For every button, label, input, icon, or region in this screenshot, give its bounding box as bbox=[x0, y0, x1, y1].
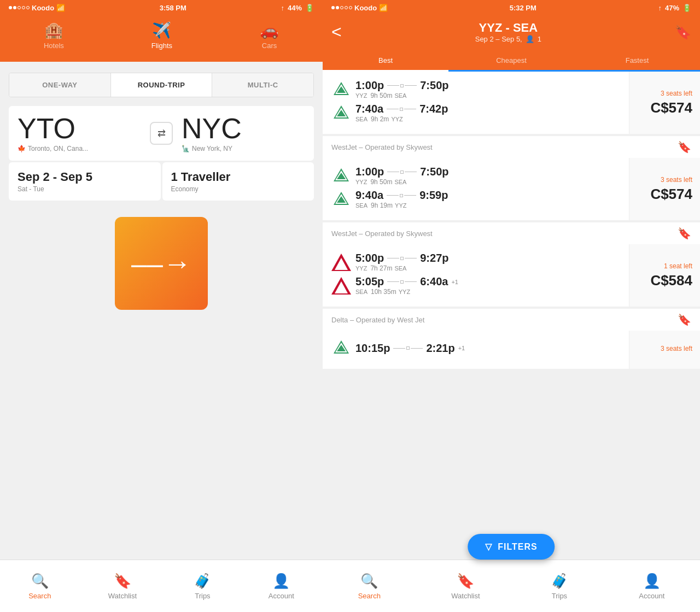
right-bottom-account[interactable]: 👤 Account bbox=[630, 568, 673, 604]
nav-hotels[interactable]: 🏨 Hotels bbox=[33, 21, 75, 52]
trips-icon: 🧳 bbox=[194, 573, 211, 590]
flight-main-4: 10:15p 2:21p +1 3 seats left bbox=[323, 331, 700, 369]
tab-fastest[interactable]: Fastest bbox=[574, 51, 700, 70]
price-block-3: 1 seat left C$584 bbox=[629, 244, 700, 307]
flights-icon: ✈️ bbox=[152, 23, 171, 38]
flight-dur-2: YYZ 9h 50m SEA bbox=[355, 178, 449, 186]
left-bottom-search[interactable]: 🔍 Search bbox=[20, 568, 60, 604]
left-status-bar: Koodo 📶 3:58 PM ↑ 44% 🔋 bbox=[0, 0, 323, 15]
arrow-right-icon: ––→ bbox=[131, 247, 191, 280]
left-bottom-watchlist[interactable]: 🔖 Watchlist bbox=[100, 568, 145, 604]
search-button[interactable]: ––→ bbox=[115, 217, 208, 310]
swap-button[interactable]: ⇄ bbox=[150, 122, 173, 145]
right-panel: Koodo 📶 5:32 PM ↑ 47% 🔋 < YYZ - SEA Sep … bbox=[323, 0, 700, 612]
one-way-btn[interactable]: ONE-WAY bbox=[9, 73, 110, 97]
right-account-icon: 👤 bbox=[643, 573, 661, 590]
dates-box[interactable]: Sep 2 - Sep 5 Sat - Tue bbox=[9, 162, 161, 201]
multi-city-btn[interactable]: MULTI-C bbox=[212, 73, 313, 97]
left-time: 3:58 PM bbox=[160, 4, 186, 12]
nav-flights[interactable]: ✈️ Flights bbox=[141, 21, 183, 52]
search-icon: 🔍 bbox=[31, 573, 49, 590]
return-leg-2: 9:40a 9:59p SEA 9h 19m YYZ bbox=[331, 189, 620, 209]
flight-times-3-ret: 5:05p 6:40a +1 SEA 10h 35m YYZ bbox=[355, 275, 458, 296]
destination-box[interactable]: NYC 🗽 New York, NY bbox=[173, 106, 314, 161]
depart-time-3: 5:00p bbox=[355, 252, 384, 264]
seats-left-3: 1 seat left bbox=[664, 262, 692, 270]
flight-times-3-out: 5:00p 9:27p YYZ 7h 27m SEA bbox=[355, 252, 449, 272]
stop-line-3r bbox=[387, 280, 417, 284]
operator-text-2: WestJet – Operated by Skywest bbox=[331, 229, 433, 238]
rdot5 bbox=[349, 6, 352, 9]
flight-info-1: 1:00p 7:50p YYZ 9h 50m SEA bbox=[323, 72, 629, 134]
rdot3 bbox=[340, 6, 343, 9]
plus-one-4: +1 bbox=[458, 345, 465, 351]
filters-button[interactable]: ▽ FILTERS bbox=[468, 534, 555, 560]
trip-type-bar: ONE-WAY ROUND-TRIP MULTI-C bbox=[9, 73, 314, 97]
flight-card-4[interactable]: 10:15p 2:21p +1 3 seats left bbox=[323, 331, 700, 369]
left-bottom-account[interactable]: 👤 Account bbox=[260, 568, 303, 604]
origin-desc: 🍁 Toronto, ON, Cana... bbox=[18, 145, 141, 152]
liberty-icon: 🗽 bbox=[182, 145, 190, 152]
flight-card-2[interactable]: 1:00p 7:50p YYZ 9h 50m SEA bbox=[323, 158, 700, 220]
right-bottom-trips[interactable]: 🧳 Trips bbox=[542, 568, 577, 604]
seats-left-1: 3 seats left bbox=[661, 90, 692, 97]
flight-card-3[interactable]: 5:00p 9:27p YYZ 7h 27m SEA bbox=[323, 244, 700, 307]
flight-info-3: 5:00p 9:27p YYZ 7h 27m SEA bbox=[323, 244, 629, 307]
right-account-label: Account bbox=[639, 592, 664, 600]
operator-bookmark-1[interactable]: 🔖 bbox=[678, 140, 691, 154]
back-button[interactable]: < bbox=[331, 22, 342, 42]
airline-logo-1r bbox=[331, 103, 351, 123]
right-bottom-watchlist[interactable]: 🔖 Watchlist bbox=[442, 568, 488, 604]
right-trips-icon: 🧳 bbox=[551, 573, 568, 590]
stop-line-2r bbox=[387, 194, 416, 197]
dates-sub: Sat - Tue bbox=[18, 185, 152, 193]
flight-card-1[interactable]: 1:00p 7:50p YYZ 9h 50m SEA bbox=[323, 72, 700, 134]
signal-dots bbox=[9, 6, 30, 9]
arrive-time-2: 7:50p bbox=[420, 166, 448, 178]
flight-dur-1: YYZ 9h 50m SEA bbox=[355, 92, 449, 99]
left-search-label: Search bbox=[28, 592, 51, 600]
price-block-4: 3 seats left bbox=[629, 331, 700, 369]
right-bottom-search[interactable]: 🔍 Search bbox=[349, 568, 389, 604]
tab-best[interactable]: Best bbox=[323, 51, 448, 72]
origin-code: YTO bbox=[18, 114, 141, 143]
dot1 bbox=[9, 6, 12, 9]
header-title: YYZ - SEA Sep 2 – Sep 5, 👤 1 bbox=[475, 21, 541, 43]
right-bottom-nav: 🔍 Search 🔖 Watchlist 🧳 Trips 👤 Account bbox=[323, 560, 700, 612]
flight-times-1-ret: 7:40a 7:42p SEA 9h 2m YYZ bbox=[355, 103, 448, 123]
tab-cheapest[interactable]: Cheapest bbox=[448, 51, 574, 70]
travellers-box[interactable]: 1 Traveller Economy bbox=[162, 162, 314, 201]
operator-bookmark-3[interactable]: 🔖 bbox=[678, 313, 691, 326]
operator-bookmark-2[interactable]: 🔖 bbox=[678, 227, 691, 240]
price-block-1: 3 seats left C$574 bbox=[629, 72, 700, 134]
right-wifi-icon: 📶 bbox=[379, 4, 388, 12]
header-dates: Sep 2 – Sep 5, 👤 1 bbox=[475, 35, 541, 43]
battery-icon: 🔋 bbox=[305, 4, 314, 12]
stop-line-2 bbox=[387, 170, 417, 174]
watchlist-icon: 🔖 bbox=[114, 573, 131, 590]
outbound-leg-3: 5:00p 9:27p YYZ 7h 27m SEA bbox=[331, 252, 620, 272]
left-carrier: Koodo bbox=[32, 4, 54, 12]
details-row: Sep 2 - Sep 5 Sat - Tue 1 Traveller Econ… bbox=[9, 162, 314, 201]
right-header: < YYZ - SEA Sep 2 – Sep 5, 👤 1 🔖 bbox=[323, 15, 700, 51]
left-bottom-trips[interactable]: 🧳 Trips bbox=[185, 568, 220, 604]
nav-cars[interactable]: 🚗 Cars bbox=[249, 21, 290, 52]
round-trip-btn[interactable]: ROUND-TRIP bbox=[110, 73, 213, 97]
flight-dur-2r: SEA 9h 19m YYZ bbox=[355, 202, 448, 209]
rdot4 bbox=[345, 6, 348, 9]
flight-dur-1r: SEA 9h 2m YYZ bbox=[355, 115, 448, 123]
nav-flights-label: Flights bbox=[151, 42, 172, 50]
right-trips-label: Trips bbox=[552, 592, 567, 600]
return-leg-1: 7:40a 7:42p SEA 9h 2m YYZ bbox=[331, 103, 620, 123]
origin-box[interactable]: YTO 🍁 Toronto, ON, Cana... bbox=[9, 106, 150, 161]
flight-main-2: 1:00p 7:50p YYZ 9h 50m SEA bbox=[323, 158, 700, 220]
depart-time-1: 1:00p bbox=[355, 79, 384, 92]
left-nav-bar: 🏨 Hotels ✈️ Flights 🚗 Cars bbox=[0, 15, 323, 62]
left-watchlist-label: Watchlist bbox=[108, 592, 137, 600]
flight-main-1: 1:00p 7:50p YYZ 9h 50m SEA bbox=[323, 72, 700, 134]
stop-line-3 bbox=[387, 257, 417, 260]
arrive-time-4: 2:21p bbox=[426, 342, 454, 355]
header-bookmark[interactable]: 🔖 bbox=[675, 25, 691, 40]
cars-icon: 🚗 bbox=[260, 23, 279, 38]
outbound-leg-2: 1:00p 7:50p YYZ 9h 50m SEA bbox=[331, 166, 620, 186]
